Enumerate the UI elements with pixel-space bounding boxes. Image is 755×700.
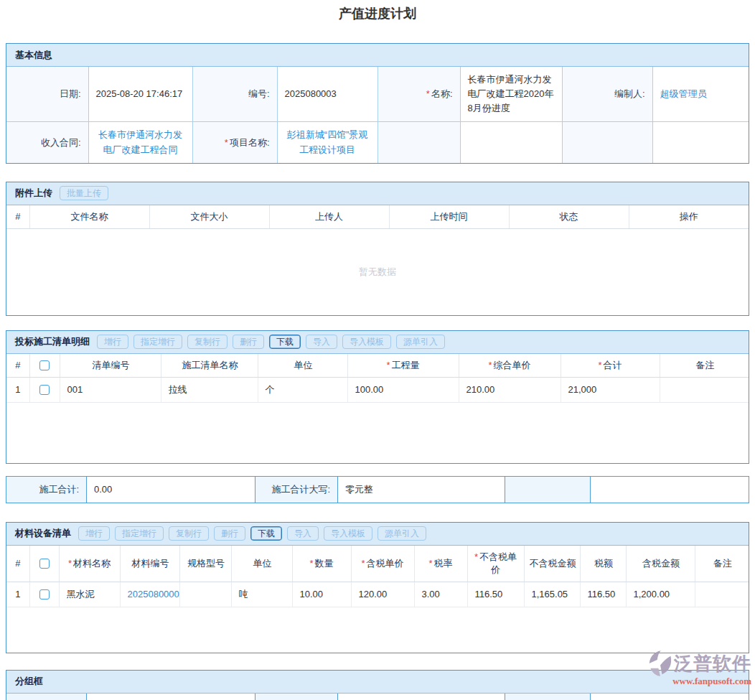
cell-spec: [179, 582, 231, 607]
income-contract-link[interactable]: 长春市伊通河水力发电厂改建工程合同: [98, 129, 182, 154]
add-row-button[interactable]: 增行: [97, 335, 128, 349]
cell-tax-rate: 3.00: [414, 582, 467, 607]
empty-label-cell: [562, 122, 652, 163]
delete-row-button[interactable]: 删行: [214, 526, 245, 541]
construction-total-value: 0.00: [87, 477, 255, 503]
construction-total-row: 施工合计: 0.00 施工合计大写: 零元整: [6, 476, 749, 503]
empty-value-cell: [460, 122, 562, 163]
group-box-section: 分组框 材料合计: 1,200.00 材料合计大写: 零元整: [6, 670, 749, 700]
empty-label-cell: [505, 477, 591, 503]
bid-list-table: # 清单编号 施工清单名称 单位 *工程量 *综合单价 *合计 备注 1 001…: [6, 354, 749, 403]
attachments-title: 附件上传: [15, 187, 52, 200]
material-list-table: # *材料名称 材料编号 规格型号 单位 *数量 *含税单价 *税率 *不含税单…: [6, 546, 749, 607]
attachments-header: 附件上传 批量上传: [6, 182, 749, 205]
cell-price-untaxed: 116.50: [467, 582, 524, 607]
cell-list-code: 001: [60, 377, 161, 402]
material-code-link[interactable]: 2025080000: [128, 589, 179, 599]
group-box-title: 分组框: [15, 675, 43, 688]
material-table-row: 1 黑水泥 2025080000 吨 10.00 120.00 3.00 116…: [6, 582, 749, 607]
cell-remark: [660, 377, 749, 402]
cell-total: 21,000: [561, 377, 660, 402]
add-row-button[interactable]: 增行: [78, 526, 110, 541]
cell-unit-price: 210.00: [459, 377, 561, 402]
material-list-toolbar: 增行 指定增行 复制行 删行 下载 导入 导入模板 源单引入: [78, 526, 426, 541]
material-list-title: 材料设备清单: [15, 527, 71, 540]
col-upload-time: 上传时间: [389, 205, 509, 229]
insert-row-button[interactable]: 指定增行: [115, 526, 164, 541]
income-contract-value: 长春市伊通河水力发电厂改建工程合同: [88, 122, 192, 163]
cell-tax-amount: 116.50: [580, 582, 626, 607]
col-file-name: 文件名称: [29, 205, 149, 229]
cell-price-taxed: 120.00: [351, 582, 414, 607]
row-select-cell: [29, 377, 60, 402]
project-name-link[interactable]: 彭祖新城“四馆”景观工程设计项目: [287, 129, 368, 154]
cell-remark: [695, 582, 749, 607]
copy-row-button[interactable]: 复制行: [187, 335, 228, 349]
empty-value-cell: [591, 694, 749, 700]
insert-row-button[interactable]: 指定增行: [133, 335, 182, 349]
cell-unit: 吨: [231, 582, 292, 607]
import-template-button[interactable]: 导入模板: [324, 526, 372, 541]
col-actions: 操作: [629, 205, 749, 229]
income-contract-label: 收入合同:: [6, 122, 88, 163]
copy-row-button[interactable]: 复制行: [169, 526, 209, 541]
material-list-empty-space: [6, 607, 749, 653]
construction-total-caps-label: 施工合计大写:: [255, 477, 338, 503]
col-quantity: *工程量: [347, 354, 459, 378]
col-list-name: 施工清单名称: [161, 354, 258, 378]
download-button[interactable]: 下载: [269, 335, 301, 349]
construction-total-caps-value: 零元整: [338, 477, 505, 503]
col-tax-amount: 税额: [580, 546, 626, 582]
basic-info-table: 日期: 2025-08-20 17:46:17 编号: 2025080003 *…: [6, 67, 749, 163]
basic-info-section: 基本信息 日期: 2025-08-20 17:46:17 编号: 2025080…: [6, 43, 749, 164]
empty-value-cell: [591, 477, 749, 503]
page-title: 产值进度计划: [6, 5, 749, 22]
source-import-button[interactable]: 源单引入: [378, 526, 426, 541]
col-select-all: [29, 546, 59, 582]
batch-upload-button[interactable]: 批量上传: [60, 186, 108, 200]
name-value: 长春市伊通河水力发电厂改建工程2020年8月份进度: [460, 67, 562, 122]
cell-quantity: 100.00: [347, 377, 459, 402]
row-checkbox[interactable]: [39, 589, 50, 599]
col-quantity: *数量: [292, 546, 351, 582]
col-uploader: 上传人: [269, 205, 389, 229]
row-index: 1: [6, 377, 29, 402]
bid-list-title: 投标施工清单明细: [15, 335, 90, 348]
col-total: *合计: [561, 354, 660, 378]
col-material-name: *材料名称: [59, 546, 120, 582]
col-amount-untaxed: 不含税金额: [524, 546, 580, 582]
compiler-link[interactable]: 超级管理员: [660, 88, 707, 99]
row-select-cell: [29, 582, 59, 607]
empty-label-cell: [505, 694, 591, 700]
compiler-label: 编制人:: [562, 67, 652, 122]
attachments-empty-state: 暂无数据: [6, 229, 749, 315]
select-all-checkbox[interactable]: [39, 360, 50, 370]
col-price-untaxed: *不含税单价: [467, 546, 524, 582]
date-label: 日期:: [6, 67, 88, 122]
col-unit: 单位: [258, 354, 347, 378]
col-status: 状态: [509, 205, 629, 229]
select-all-checkbox[interactable]: [39, 559, 50, 569]
cell-list-name: 拉线: [161, 377, 258, 402]
basic-info-title: 基本信息: [15, 49, 52, 62]
download-button[interactable]: 下载: [250, 526, 282, 541]
cell-material-name: 黑水泥: [59, 582, 120, 607]
import-template-button[interactable]: 导入模板: [342, 335, 391, 349]
cell-material-code: 2025080000: [120, 582, 179, 607]
import-button[interactable]: 导入: [306, 335, 337, 349]
row-index: 1: [6, 582, 29, 607]
col-material-code: 材料编号: [120, 546, 179, 582]
material-total-label: 材料合计:: [6, 694, 87, 700]
bid-list-empty-space: [6, 403, 749, 463]
import-button[interactable]: 导入: [287, 526, 319, 541]
compiler-value: 超级管理员: [652, 67, 749, 122]
source-import-button[interactable]: 源单引入: [396, 335, 445, 349]
delete-row-button[interactable]: 删行: [233, 335, 264, 349]
row-checkbox[interactable]: [39, 385, 50, 395]
bid-list-section: 投标施工清单明细 增行 指定增行 复制行 删行 下载 导入 导入模板 源单引入 …: [6, 330, 749, 464]
cell-amount-untaxed: 1,165.05: [524, 582, 580, 607]
material-total-caps-value: 零元整: [338, 694, 505, 700]
construction-total-label: 施工合计:: [6, 477, 87, 503]
col-amount-taxed: 含税金额: [626, 546, 695, 582]
cell-amount-taxed: 1,200.00: [626, 582, 695, 607]
